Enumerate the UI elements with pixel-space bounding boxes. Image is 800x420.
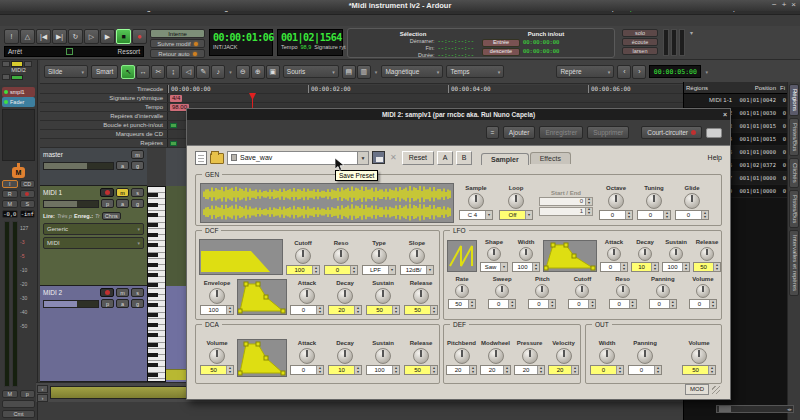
track-name[interactable]: MIDI 1 [43,189,98,196]
plugin-gui-icon[interactable] [706,128,722,138]
meter-chip[interactable]: 4/4 [170,95,182,102]
note-tool-button[interactable]: ♪ [211,65,225,79]
midi1-solo-button[interactable]: s [131,188,144,197]
side-tab-intervalles-et-rep-res[interactable]: Intervalles et repères [789,230,799,296]
knob-rate-dial[interactable] [455,284,469,298]
stretch-tool-button[interactable]: ↨ [166,65,180,79]
master-automation-button[interactable]: a [116,161,129,170]
knob-volume-dial[interactable] [691,348,707,364]
tab-sampler[interactable]: Sampler [481,153,529,165]
midi1-group-button[interactable]: g [131,199,144,208]
play-button[interactable]: ▶ [100,29,115,44]
suivre-modif-button[interactable]: Suivre modif [150,39,205,48]
knob-width-dial[interactable] [519,247,533,261]
midi1-mode-combo[interactable]: MIDI▾ [43,237,144,249]
midi1-playlist-button[interactable]: p [101,199,114,208]
spin-volume[interactable]: 50▴▾ [200,365,234,375]
midi1-channels-button[interactable]: Chns [102,212,121,220]
processor-box[interactable] [2,109,35,161]
zoom-focus-combo[interactable]: Souris▾ [283,65,339,78]
spin-reso[interactable]: 0▴▾ [324,265,358,275]
regions-col-fin[interactable]: Fi [776,85,787,91]
knob-decay-dial[interactable] [638,247,652,261]
knob-type-dial[interactable] [371,248,387,264]
knob-sample-dial[interactable] [468,193,484,209]
spin-decay[interactable]: 10▴▾ [631,262,659,272]
ruler-timecode-lane[interactable]: 00:00:00:0000:00:02:0000:00:04:0000:00:0… [167,85,683,93]
combo-sample[interactable]: C 4▾ [459,210,493,220]
knob-attack-dial[interactable] [299,348,315,364]
record-button[interactable]: ● [132,29,147,44]
spin-volume[interactable]: 50▴▾ [682,365,716,375]
spin-envelope[interactable]: 100▴▾ [200,305,234,315]
spin-sustain[interactable]: 100▴▾ [366,365,400,375]
end-spin[interactable]: 1▴▾ [539,207,593,216]
punch-descente-button[interactable]: descente [482,48,520,56]
preset-dropdown-arrow[interactable]: ▼ [357,152,368,164]
lfo-envelope-graph[interactable] [543,240,597,272]
track-name[interactable]: MIDI 2 [43,289,98,296]
knob-sustain-dial[interactable] [669,247,683,261]
metronome-button[interactable]: △ [20,29,35,44]
peak-display[interactable]: -inf [20,210,36,218]
knob-loop-dial[interactable] [508,193,524,209]
nudge-caret[interactable]: ▾ [705,69,708,75]
midi2-track-lane[interactable] [166,286,186,382]
larsen-button[interactable]: larsen [622,47,658,55]
midi1-automation-button[interactable]: a [116,199,129,208]
knob-octave-dial[interactable] [608,193,624,209]
solo-button[interactable]: S [20,200,36,208]
maximize-button[interactable]: + [782,0,787,11]
spin-tuning[interactable]: 0▴▾ [637,210,671,220]
save-preset-icon[interactable] [372,151,385,164]
midi-region[interactable] [166,369,186,380]
processor-active-led[interactable] [4,90,8,94]
ruler-signature-rythmique-lane[interactable]: 4/4 [167,94,683,102]
knob-cutoff-dial[interactable] [575,284,589,298]
knob-glide-dial[interactable] [684,193,700,209]
gain-display[interactable]: -0,0 [2,210,18,218]
spin-release[interactable]: 50▴▾ [693,262,721,272]
grid-combo[interactable]: Temps▾ [446,65,504,78]
midi2-playlist-button[interactable]: p [101,299,114,308]
zoom-in-button[interactable]: ⊕ [251,65,265,79]
knob-decay-dial[interactable] [337,348,353,364]
goto-end-button[interactable]: ▶| [52,29,67,44]
zoom-out-button[interactable]: ⊖ [236,65,250,79]
spin-pitchbend[interactable]: 20▴▾ [446,365,477,375]
spin-cutoff[interactable]: 100▴▾ [286,265,320,275]
audition-tool-button[interactable]: ◁ [181,65,195,79]
midi-panic-button[interactable]: ! [4,29,19,44]
sample-waveform[interactable] [200,183,454,223]
spin-glide[interactable]: 0▴▾ [675,210,709,220]
range-marker[interactable] [170,123,177,128]
piano-keyboard[interactable] [147,186,166,382]
side-tab-r-gions[interactable]: Régions [789,84,799,116]
smart-mode-button[interactable]: Smart [91,65,118,79]
knob-reso-dial[interactable] [616,284,630,298]
spin-reso[interactable]: 0▴▾ [609,299,637,309]
nudge-forward-button[interactable]: › [632,65,646,79]
strip-active-indicator[interactable] [11,75,23,80]
filter-response-graph[interactable] [199,239,283,275]
knob-panning-dial[interactable] [637,348,653,364]
knob-pressure-dial[interactable] [522,348,538,364]
tools-caret[interactable]: ▾ [229,69,232,75]
processor-fader[interactable]: Fader [2,97,35,107]
knob-pitch-dial[interactable] [535,284,549,298]
knob-pitchbend-dial[interactable] [454,348,470,364]
metering-button[interactable]: M [2,390,18,398]
track-header-midi2[interactable]: MIDI 2 m s p a g [40,286,147,382]
strip-shrink-button[interactable] [2,61,10,67]
spin-sustain[interactable]: 100▴▾ [662,262,690,272]
knob-slope-dial[interactable] [409,248,425,264]
knob-decay-dial[interactable] [337,288,353,304]
knob-panning-dial[interactable] [656,284,670,298]
spin-release[interactable]: 50▴▾ [404,365,438,375]
knob-release-dial[interactable] [413,348,429,364]
master-track-lane[interactable] [166,148,186,186]
midi2-gain-slider[interactable] [43,300,99,308]
region-row-midi-1-1[interactable]: MIDI 1-1001|01|00420 [684,94,787,107]
scrollbar-handle[interactable] [719,406,731,412]
edit-mode-combo[interactable]: Slide▾ [44,65,88,78]
